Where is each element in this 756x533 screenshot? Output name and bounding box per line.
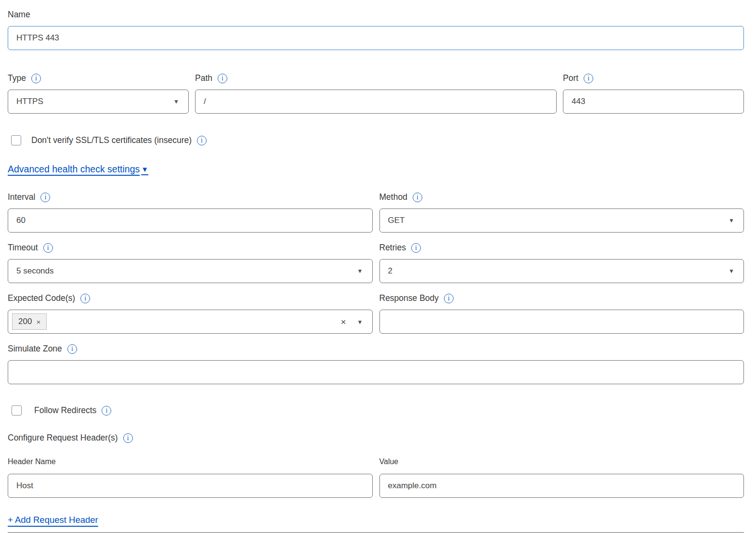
port-label: Port [563, 73, 578, 83]
interval-method-row: Interval i Method i GET ▼ [8, 192, 744, 233]
response-body-field: Response Body i [379, 293, 744, 334]
interval-input[interactable] [8, 208, 373, 233]
code-tag-value: 200 [18, 317, 32, 326]
simulate-zone-field: Simulate Zone i [8, 344, 744, 384]
request-headers-info-icon[interactable]: i [123, 433, 133, 443]
chevron-down-icon: ▼ [729, 217, 734, 224]
response-body-info-icon[interactable]: i [444, 294, 454, 303]
codes-body-row: Expected Code(s) i 200 × × ▼ Response Bo… [8, 293, 744, 334]
path-field: Path i [195, 73, 557, 114]
type-path-port-row: Type i HTTPS ▼ Path i Port i [8, 73, 744, 114]
port-field: Port i [563, 73, 744, 114]
path-label: Path [195, 73, 212, 83]
follow-redirects-row: Follow Redirects i [8, 405, 744, 416]
simulate-zone-input[interactable] [8, 360, 744, 384]
expected-codes-label: Expected Code(s) [8, 293, 75, 303]
timeout-select-value: 5 seconds [16, 266, 54, 276]
timeout-label: Timeout [8, 243, 38, 253]
simulate-zone-label: Simulate Zone [8, 344, 62, 354]
request-headers-section-label: Configure Request Header(s) [8, 433, 118, 443]
type-info-icon[interactable]: i [31, 74, 41, 83]
header-value-input[interactable] [379, 474, 744, 498]
header-value-label: Value [379, 457, 399, 466]
retries-info-icon[interactable]: i [411, 243, 421, 253]
chevron-down-icon[interactable]: ▼ [357, 318, 363, 325]
name-input[interactable] [8, 26, 744, 50]
header-name-input[interactable] [8, 474, 373, 498]
retries-select[interactable]: 2 ▼ [379, 259, 744, 283]
header-value-field: Value [379, 457, 744, 498]
expected-codes-multiselect[interactable]: 200 × × ▼ [8, 310, 373, 334]
port-info-icon[interactable]: i [584, 74, 593, 83]
ssl-verify-checkbox[interactable] [11, 135, 21, 145]
header-row: Header Name Value [8, 457, 744, 498]
method-field: Method i GET ▼ [379, 192, 744, 233]
request-headers-section-header: Configure Request Header(s) i [8, 433, 744, 443]
interval-label: Interval [8, 192, 35, 202]
method-select-value: GET [388, 216, 405, 225]
follow-redirects-info-icon[interactable]: i [102, 406, 111, 416]
multiselect-controls: × ▼ [341, 317, 363, 326]
name-field: Name [8, 10, 744, 50]
method-label: Method [379, 192, 407, 202]
chevron-down-icon: ▼ [141, 165, 148, 173]
retries-label: Retries [379, 243, 406, 253]
chevron-down-icon: ▼ [357, 268, 363, 274]
tag-remove-icon[interactable]: × [36, 318, 40, 326]
advanced-settings-link[interactable]: Advanced health check settings▼ [8, 164, 148, 175]
method-select[interactable]: GET ▼ [379, 208, 744, 233]
expected-codes-field: Expected Code(s) i 200 × × ▼ [8, 293, 373, 334]
path-input[interactable] [195, 90, 557, 114]
chevron-down-icon: ▼ [729, 268, 734, 274]
ssl-verify-info-icon[interactable]: i [197, 136, 207, 145]
simulate-zone-info-icon[interactable]: i [67, 344, 77, 354]
response-body-label: Response Body [379, 293, 439, 303]
add-request-header-link[interactable]: + Add Request Header [8, 515, 98, 525]
header-name-field: Header Name [8, 457, 373, 498]
health-check-form: Name Type i HTTPS ▼ Path i Port i [0, 0, 756, 533]
timeout-info-icon[interactable]: i [43, 243, 53, 253]
method-info-icon[interactable]: i [413, 193, 422, 202]
type-field: Type i HTTPS ▼ [8, 73, 189, 114]
name-label: Name [8, 10, 30, 20]
port-input[interactable] [563, 90, 744, 114]
clear-icon[interactable]: × [341, 317, 346, 326]
interval-field: Interval i [8, 192, 373, 233]
interval-info-icon[interactable]: i [40, 193, 50, 202]
code-tag: 200 × [12, 313, 47, 330]
retries-field: Retries i 2 ▼ [379, 243, 744, 283]
retries-select-value: 2 [388, 266, 392, 276]
header-name-label: Header Name [8, 457, 56, 466]
response-body-input[interactable] [379, 310, 744, 334]
type-label: Type [8, 73, 26, 83]
timeout-select[interactable]: 5 seconds ▼ [8, 259, 373, 283]
timeout-field: Timeout i 5 seconds ▼ [8, 243, 373, 283]
follow-redirects-label: Follow Redirects [34, 405, 96, 416]
follow-redirects-checkbox[interactable] [12, 405, 22, 416]
expected-codes-info-icon[interactable]: i [80, 294, 90, 303]
advanced-settings-link-label: Advanced health check settings [8, 164, 140, 175]
chevron-down-icon: ▼ [173, 98, 179, 105]
type-select[interactable]: HTTPS ▼ [8, 90, 189, 114]
timeout-retries-row: Timeout i 5 seconds ▼ Retries i 2 ▼ [8, 243, 744, 283]
type-select-value: HTTPS [16, 97, 43, 106]
ssl-verify-label: Don't verify SSL/TLS certificates (insec… [31, 135, 192, 145]
ssl-verify-row: Don't verify SSL/TLS certificates (insec… [8, 135, 744, 145]
path-info-icon[interactable]: i [218, 74, 227, 83]
